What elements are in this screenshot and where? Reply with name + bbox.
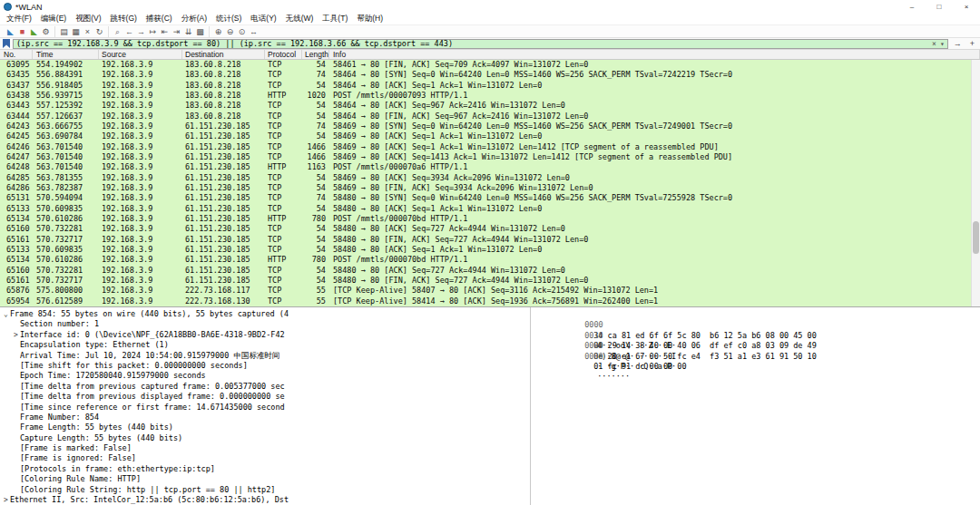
find-packet-icon[interactable]: ⌕ — [112, 26, 123, 37]
packet-row[interactable]: 65161 570.732717 192.168.3.9 61.151.230.… — [0, 276, 980, 286]
detail-row[interactable]: Arrival Time: Jul 10, 2024 10:54:00.9159… — [0, 351, 530, 361]
resize-columns-icon[interactable]: ↔ — [248, 26, 260, 37]
expander-icon[interactable] — [12, 351, 20, 361]
expander-icon[interactable]: > — [2, 495, 10, 505]
zoom-reset-icon[interactable]: ⊙ — [236, 26, 248, 37]
packet-row[interactable]: 63095 554.194902 192.168.3.9 183.60.8.21… — [0, 60, 980, 70]
start-capture-icon[interactable]: ◣ — [5, 26, 16, 37]
packet-row[interactable]: 65160 570.732281 192.168.3.9 61.151.230.… — [0, 266, 980, 276]
go-forward-icon[interactable]: → — [135, 26, 147, 37]
go-to-packet-icon[interactable]: ↦ — [147, 26, 159, 37]
colorize-icon[interactable]: ▩ — [194, 26, 206, 37]
filter-clear-icon[interactable]: × — [932, 40, 936, 48]
expander-icon[interactable] — [12, 361, 20, 371]
scrollbar-thumb[interactable] — [973, 221, 979, 254]
hex-row[interactable]: 0000 34 ca 81 ed 6f 6f 5c 80 b6 12 5a b6… — [538, 310, 980, 320]
detail-row[interactable]: Epoch Time: 1720580040.915979000 seconds — [0, 371, 530, 381]
expander-icon[interactable] — [12, 413, 20, 422]
packet-row[interactable]: 63444 557.126637 192.168.3.9 183.60.8.21… — [0, 112, 980, 121]
detail-row[interactable]: [Coloring Rule String: http || tcp.port … — [0, 485, 530, 495]
detail-row[interactable]: [Coloring Rule Name: HTTP] — [0, 474, 530, 484]
packet-row[interactable]: 65876 575.800800 192.168.3.9 222.73.168.… — [0, 286, 980, 296]
menu-item[interactable]: 跳转(G) — [106, 14, 142, 24]
detail-row[interactable]: Encapsulation type: Ethernet (1) — [0, 340, 530, 350]
hex-row[interactable]: 0010 00 29 14 38 40 00 40 06 df ef c0 a8… — [538, 320, 980, 330]
column-header-no[interactable]: No. — [0, 50, 33, 59]
packet-row[interactable]: 64245 563.690784 192.168.3.9 61.151.230.… — [0, 131, 980, 141]
expander-icon[interactable] — [12, 371, 20, 381]
packet-row[interactable]: 64285 563.781355 192.168.3.9 61.151.230.… — [0, 173, 980, 183]
menu-item[interactable]: 捕获(C) — [142, 14, 177, 24]
expander-icon[interactable]: > — [12, 330, 20, 340]
expander-icon[interactable] — [12, 485, 20, 495]
column-header-info[interactable]: Info — [329, 50, 980, 59]
expander-icon[interactable]: ⌄ — [2, 309, 10, 319]
filter-add-button[interactable]: + — [967, 39, 977, 48]
menu-item[interactable]: 帮助(H) — [352, 14, 387, 24]
packet-row[interactable]: 65161 570.732717 192.168.3.9 61.151.230.… — [0, 235, 980, 245]
display-filter-input[interactable]: (ip.src == 192.168.3.9 && tcp.dstport ==… — [13, 39, 948, 49]
auto-scroll-icon[interactable]: ⇊ — [182, 26, 194, 37]
close-file-icon[interactable]: × — [82, 26, 93, 37]
go-back-icon[interactable]: ← — [123, 26, 135, 37]
menu-item[interactable]: 工具(T) — [318, 14, 352, 24]
packet-row[interactable]: 63435 556.884391 192.168.3.9 183.60.8.21… — [0, 70, 980, 80]
packet-row[interactable]: 65131 570.594094 192.168.3.9 61.151.230.… — [0, 193, 980, 203]
packet-row[interactable]: 64248 563.701540 192.168.3.9 61.151.230.… — [0, 162, 980, 172]
packet-row[interactable]: 65134 570.610286 192.168.3.9 61.151.230.… — [0, 255, 980, 265]
column-header-time[interactable]: Time — [33, 50, 99, 59]
menu-item[interactable]: 编辑(E) — [36, 14, 71, 24]
packet-row[interactable]: 65134 570.610286 192.168.3.9 61.151.230.… — [0, 214, 980, 224]
minimize-button[interactable]: – — [898, 0, 926, 14]
go-last-icon[interactable]: ⇥ — [171, 26, 182, 37]
column-header-protocol[interactable]: Protocol — [265, 50, 302, 59]
detail-row[interactable]: [Time since reference or first frame: 14… — [0, 403, 530, 413]
zoom-out-icon[interactable]: ⊖ — [224, 26, 236, 37]
column-header-source[interactable]: Source — [99, 50, 182, 59]
packet-row[interactable]: 65133 570.609835 192.168.3.9 61.151.230.… — [0, 245, 980, 255]
save-file-icon[interactable]: ▦ — [70, 26, 82, 37]
restart-capture-icon[interactable]: ◣ — [28, 26, 40, 37]
packet-row[interactable]: 64247 563.701540 192.168.3.9 61.151.230.… — [0, 152, 980, 162]
open-file-icon[interactable]: ▤ — [58, 26, 70, 37]
menu-item[interactable]: 视图(V) — [71, 14, 105, 24]
filter-apply-icon[interactable]: → — [951, 39, 965, 48]
packet-row[interactable]: 65954 576.612589 192.168.3.9 222.73.168.… — [0, 296, 980, 306]
expander-icon[interactable] — [12, 319, 20, 329]
detail-row[interactable]: [Time shift for this packet: 0.000000000… — [0, 361, 530, 371]
detail-row[interactable]: Section number: 1 — [0, 319, 530, 329]
expander-icon[interactable] — [12, 474, 20, 484]
zoom-in-icon[interactable]: ⊕ — [212, 26, 224, 37]
detail-row[interactable]: > Ethernet II, Src: IntelCor_12:5a:b6 (5… — [0, 495, 530, 505]
expander-icon[interactable] — [12, 392, 20, 402]
detail-row[interactable]: [Frame is marked: False] — [0, 443, 530, 453]
filter-expression-dropdown-icon[interactable]: ▾ — [940, 40, 945, 48]
detail-row[interactable]: [Protocols in frame: eth:ethertype:ip:tc… — [0, 464, 530, 474]
close-button[interactable]: × — [953, 0, 980, 14]
expander-icon[interactable] — [12, 340, 20, 350]
menu-item[interactable]: 文件(F) — [2, 14, 36, 24]
packet-list-scrollbar[interactable] — [971, 60, 980, 306]
go-first-icon[interactable]: ⇤ — [159, 26, 171, 37]
stop-capture-icon[interactable]: ■ — [16, 26, 28, 37]
reload-icon[interactable]: ↻ — [93, 26, 105, 37]
expander-icon[interactable] — [12, 453, 20, 463]
detail-row[interactable]: [Time delta from previous displayed fram… — [0, 392, 530, 402]
detail-row[interactable]: ⌄ Frame 854: 55 bytes on wire (440 bits)… — [0, 309, 530, 319]
packet-row[interactable]: 63443 557.125392 192.168.3.9 183.60.8.21… — [0, 101, 980, 111]
detail-row[interactable]: Frame Number: 854 — [0, 413, 530, 422]
capture-options-icon[interactable]: ⚙ — [40, 26, 52, 37]
column-header-length[interactable]: Length — [302, 50, 329, 59]
expander-icon[interactable] — [12, 433, 20, 443]
maximize-button[interactable]: □ — [926, 0, 953, 14]
menu-item[interactable]: 无线(W) — [281, 14, 318, 24]
column-header-destination[interactable]: Destination — [182, 50, 265, 59]
packet-row[interactable]: 65133 570.609835 192.168.3.9 61.151.230.… — [0, 204, 980, 214]
detail-row[interactable]: Capture Length: 55 bytes (440 bits) — [0, 433, 530, 443]
detail-row[interactable]: [Time delta from previous captured frame… — [0, 382, 530, 392]
expander-icon[interactable] — [12, 443, 20, 453]
detail-row[interactable]: > Interface id: 0 (\Device\NPF_{62A18BB0… — [0, 330, 530, 340]
menu-item[interactable]: 分析(A) — [177, 14, 211, 24]
packet-row[interactable]: 63438 556.939715 192.168.3.9 183.60.8.21… — [0, 91, 980, 101]
menu-item[interactable]: 统计(S) — [211, 14, 246, 24]
